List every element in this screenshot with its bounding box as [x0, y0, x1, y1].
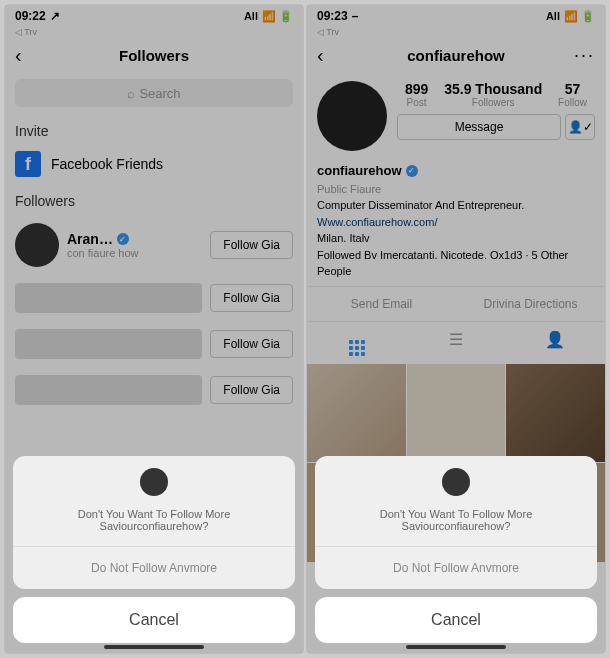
home-indicator[interactable] [104, 645, 204, 649]
sheet-avatar [140, 468, 168, 496]
sheet-message: Don't You Want To Follow More Saviourcon… [13, 504, 295, 547]
unfollow-option[interactable]: Do Not Follow Anvmore [13, 547, 295, 589]
left-screen: 09:22↗ All📶 🔋 ◁ Trv ‹ Followers ⌕ Search… [4, 4, 304, 654]
right-screen: 09:23– All📶 🔋 ◁ Trv ‹ confiaurehow ··· 8… [306, 4, 606, 654]
unfollow-option[interactable]: Do Not Follow Anvmore [315, 547, 597, 589]
home-indicator[interactable] [406, 645, 506, 649]
sheet-message: Don't You Want To Follow More Saviourcon… [315, 504, 597, 547]
action-sheet: Don't You Want To Follow More Saviourcon… [13, 456, 295, 643]
sheet-avatar [442, 468, 470, 496]
cancel-button[interactable]: Cancel [315, 597, 597, 643]
action-sheet: Don't You Want To Follow More Saviourcon… [315, 456, 597, 643]
cancel-button[interactable]: Cancel [13, 597, 295, 643]
